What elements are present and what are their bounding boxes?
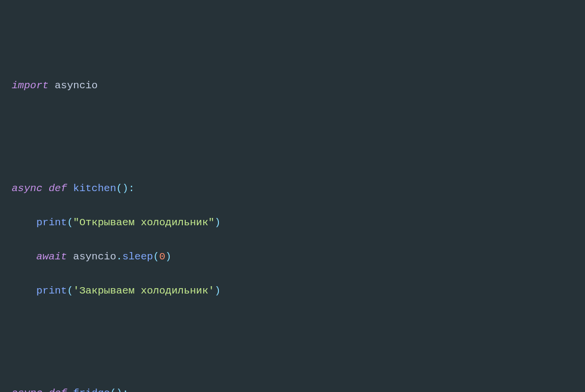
code-line-7: print('Закрываем холодильник') (12, 282, 573, 299)
string-literal: "Открываем холодильник" (73, 217, 214, 228)
call-print: print (36, 285, 67, 296)
number-literal: 0 (159, 251, 166, 262)
parens: (): (116, 183, 135, 194)
keyword-def: def (49, 388, 67, 392)
code-editor[interactable]: import asyncio async def kitchen(): prin… (12, 77, 573, 392)
code-line-8 (12, 316, 573, 333)
call-print: print (36, 217, 67, 228)
code-line-4: async def kitchen(): (12, 180, 573, 197)
code-line-9 (12, 351, 573, 368)
code-line-1: import asyncio (12, 77, 573, 94)
code-line-5: print("Открываем холодильник") (12, 214, 573, 231)
code-line-3 (12, 146, 573, 163)
code-line-6: await asyncio.sleep(0) (12, 248, 573, 265)
call-sleep: sleep (122, 251, 153, 262)
module-asyncio: asyncio (55, 80, 98, 91)
keyword-def: def (49, 183, 67, 194)
keyword-async: async (12, 183, 42, 194)
keyword-import: import (12, 80, 49, 91)
keyword-await: await (36, 251, 67, 262)
func-name-kitchen: kitchen (73, 183, 116, 194)
string-literal: 'Закрываем холодильник' (73, 285, 214, 296)
keyword-async: async (12, 388, 42, 392)
code-line-10: async def fridge(): (12, 385, 573, 392)
func-name-fridge: fridge (73, 388, 110, 392)
parens: (): (110, 388, 129, 392)
code-line-2 (12, 111, 573, 128)
